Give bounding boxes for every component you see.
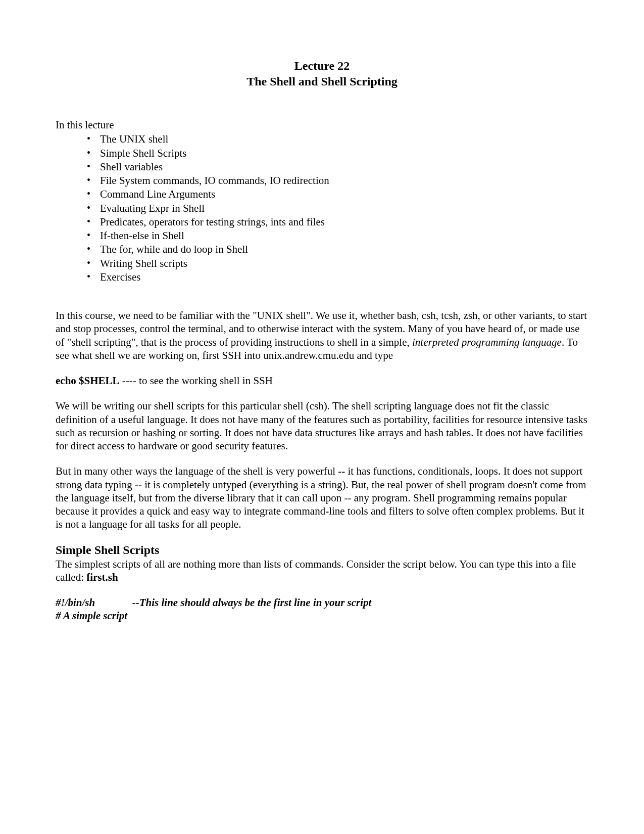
command-line: echo $SHELL ---- to see the working shel… xyxy=(56,374,588,387)
document-title: Lecture 22 The Shell and Shell Scripting xyxy=(56,58,588,89)
list-item: The UNIX shell xyxy=(87,132,588,146)
title-line-1: Lecture 22 xyxy=(56,58,588,74)
list-item: The for, while and do loop in Shell xyxy=(87,243,588,256)
section-1-para: The simplest scripts of all are nothing … xyxy=(56,558,588,584)
list-item: Writing Shell scripts xyxy=(87,257,588,270)
paragraph-2: We will be writing our shell scripts for… xyxy=(56,399,588,452)
list-item: Shell variables xyxy=(87,160,588,173)
code-line-2: # A simple script xyxy=(56,609,588,622)
code-shebang: #!/bin/sh xyxy=(56,596,95,609)
command-bold: echo $SHELL xyxy=(56,375,120,387)
list-item: File System commands, IO commands, IO re… xyxy=(87,174,588,187)
page: Lecture 22 The Shell and Shell Scripting… xyxy=(0,0,644,623)
para1-italic: interpreted programming language xyxy=(412,336,562,348)
section-1-para-bold: first.sh xyxy=(86,571,118,583)
paragraph-3: But in many other ways the language of t… xyxy=(56,465,588,531)
code-block: #!/bin/sh --This line should always be t… xyxy=(56,596,588,623)
title-line-2: The Shell and Shell Scripting xyxy=(56,74,588,89)
list-item: Evaluating Expr in Shell xyxy=(87,202,588,215)
code-comment-1: --This line should always be the first l… xyxy=(132,596,372,609)
list-item: If-then-else in Shell xyxy=(87,229,588,242)
section-heading: Simple Shell Scripts xyxy=(56,543,588,557)
command-rest: ---- to see the working shell in SSH xyxy=(120,375,273,387)
list-item: Command Line Arguments xyxy=(87,188,588,201)
topics-list: The UNIX shell Simple Shell Scripts Shel… xyxy=(56,132,588,284)
intro-label: In this lecture xyxy=(56,119,588,131)
list-item: Simple Shell Scripts xyxy=(87,147,588,160)
code-line-1: #!/bin/sh --This line should always be t… xyxy=(56,596,588,609)
list-item: Predicates, operators for testing string… xyxy=(87,215,588,228)
paragraph-1: In this course, we need to be familiar w… xyxy=(56,309,588,362)
list-item: Exercises xyxy=(87,270,588,284)
section-1-para-pre: The simplest scripts of all are nothing … xyxy=(56,558,576,583)
